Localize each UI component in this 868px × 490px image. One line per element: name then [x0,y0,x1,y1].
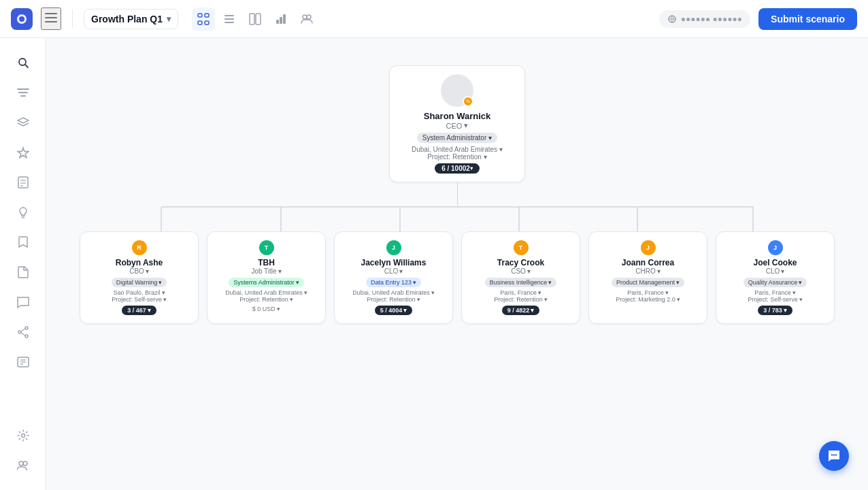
joann-location[interactable]: Paris, France ▾ [599,289,697,296]
svg-rect-3 [45,17,57,18]
sidebar-item-share[interactable] [10,318,37,346]
sidebar-item-filter[interactable] [10,79,37,106]
robyn-badge: R [132,240,147,255]
app-logo [11,8,33,30]
plan-selector[interactable]: Growth Plan Q1 ▾ [84,9,178,29]
svg-line-35 [21,329,25,331]
sidebar-item-list[interactable] [10,348,37,376]
sidebar-item-file[interactable] [10,259,37,286]
joann-badge: J [641,240,656,255]
tracy-badge: T [514,240,529,255]
child-card-jacelyn[interactable]: J Jacelyn Williams CLO▾ Data Entry 123 ▾… [334,231,453,324]
plan-chevron-icon: ▾ [167,14,171,24]
svg-rect-7 [198,21,202,24]
ceo-badge: ✎ [463,96,473,107]
robyn-role[interactable]: Digital Warning ▾ [112,278,167,287]
ceo-name: Sharon Warnick [401,111,514,121]
svg-rect-13 [256,14,261,24]
jacelyn-project[interactable]: Project: Retention ▾ [344,296,443,303]
child-card-tracy[interactable]: T Tracy Crook CSO▾ Business Intelligence… [461,231,580,324]
view-chart-button[interactable] [269,7,293,31]
sidebar-item-bookmark[interactable] [10,229,37,256]
joann-project[interactable]: Project: Marketing 2.0 ▾ [599,296,697,303]
tbh-title: Job Title▾ [217,267,316,275]
tbh-role[interactable]: Systems Administrator ▾ [229,278,304,287]
robyn-project[interactable]: Project: Self-serve ▾ [90,296,188,303]
child-card-joann[interactable]: J Joann Correa CHRO▾ Product Management … [588,231,707,324]
tracy-project[interactable]: Project: Retention ▾ [471,296,570,303]
jacelyn-badge: J [386,240,401,255]
tbh-badge: T [259,240,274,255]
sidebar-item-chat[interactable] [10,289,37,316]
view-list-button[interactable] [218,7,241,31]
ceo-node: ✎ Sharon Warnick CEO ▾ System Administra… [389,65,525,207]
svg-rect-9 [224,15,234,16]
sidebar-item-doc[interactable] [10,169,37,196]
ceo-card[interactable]: ✎ Sharon Warnick CEO ▾ System Administra… [389,65,525,182]
joel-count[interactable]: 3 / 783 ▾ [758,306,792,315]
tracy-role[interactable]: Business Intelligence ▾ [485,278,557,287]
sidebar-item-star[interactable] [10,139,37,166]
tbh-salary[interactable]: $ 0 USD ▾ [217,306,316,312]
menu-button[interactable] [41,7,61,30]
sidebar-item-bulb[interactable] [10,199,37,226]
svg-point-41 [21,434,24,438]
content-area: ✎ Sharon Warnick CEO ▾ System Administra… [46,38,868,490]
jacelyn-location[interactable]: Dubai, United Arab Emirates ▾ [344,289,443,296]
sidebar-item-layers[interactable] [10,109,37,136]
svg-line-22 [25,65,28,67]
joann-role[interactable]: Product Management ▾ [612,278,684,287]
child-card-tbh[interactable]: T TBH Job Title▾ Systems Administrator ▾… [207,231,326,324]
ceo-project[interactable]: Project: Retention ▾ [401,153,514,161]
svg-point-17 [303,15,307,19]
joel-location[interactable]: Paris, France ▾ [726,289,824,296]
sidebar-item-search[interactable] [10,49,37,76]
joel-title: CLO▾ [726,267,824,275]
robyn-count[interactable]: 3 / 467 ▾ [122,306,156,315]
robyn-location[interactable]: Sao Paulo, Brazil ▾ [90,289,188,296]
sidebar-item-settings[interactable] [10,422,37,449]
topbar-right: ●●●●●● ●●●●●● Submit scenario [659,8,857,30]
orgchart-area: ✎ Sharon Warnick CEO ▾ System Administra… [46,38,868,490]
jacelyn-count[interactable]: 5 / 4004 ▾ [375,306,413,315]
svg-point-34 [25,335,28,338]
robyn-title: CBO▾ [90,267,188,275]
joel-role[interactable]: Quality Assurance ▾ [744,278,807,287]
sidebar-item-users[interactable] [10,452,37,479]
topbar-divider [72,10,73,29]
tracy-location[interactable]: Paris, France ▾ [471,289,570,296]
svg-rect-14 [276,20,279,24]
svg-rect-26 [18,177,28,188]
svg-point-43 [23,461,27,466]
svg-rect-6 [205,14,209,17]
user-pill: ●●●●●● ●●●●●● [659,10,750,28]
children-row: R Robyn Ashe CBO▾ Digital Warning ▾ Sao … [80,231,835,324]
view-tree-button[interactable] [192,7,215,31]
joel-badge: J [768,240,783,255]
svg-point-33 [18,331,21,333]
svg-point-53 [835,454,837,455]
robyn-name: Robyn Ashe [90,258,188,267]
tracy-count[interactable]: 9 / 4822 ▾ [502,306,540,315]
tracy-title: CSO▾ [471,267,570,275]
joel-project[interactable]: Project: Self-serve ▾ [726,296,824,303]
view-people-button[interactable] [295,7,318,31]
joel-name: Joel Cooke [726,258,824,267]
plan-name: Growth Plan Q1 [91,14,163,24]
jacelyn-title: CLO▾ [344,267,443,275]
chat-fab[interactable] [819,441,849,471]
child-card-robyn[interactable]: R Robyn Ashe CBO▾ Digital Warning ▾ Sao … [80,231,199,324]
ceo-count-badge[interactable]: 6 / 10002 ▾ [435,163,480,174]
ceo-role-badge[interactable]: System Administrator ▾ [417,133,497,143]
tbh-project[interactable]: Project: Retention ▾ [217,296,316,303]
child-card-joel[interactable]: J Joel Cooke CLO▾ Quality Assurance ▾ Pa… [716,231,835,324]
tbh-location[interactable]: Dubai, United Arab Emirates ▾ [217,289,316,296]
jacelyn-role[interactable]: Data Entry 123 ▾ [366,278,421,287]
ceo-avatar: ✎ [441,74,473,107]
jacelyn-name: Jacelyn Williams [344,258,443,267]
ceo-location[interactable]: Dubai, United Arab Emirates ▾ [401,146,514,153]
sidebar [0,38,46,490]
submit-scenario-button[interactable]: Submit scenario [758,8,857,30]
ceo-vertical-connector [457,182,458,207]
view-split-button[interactable] [244,7,267,31]
